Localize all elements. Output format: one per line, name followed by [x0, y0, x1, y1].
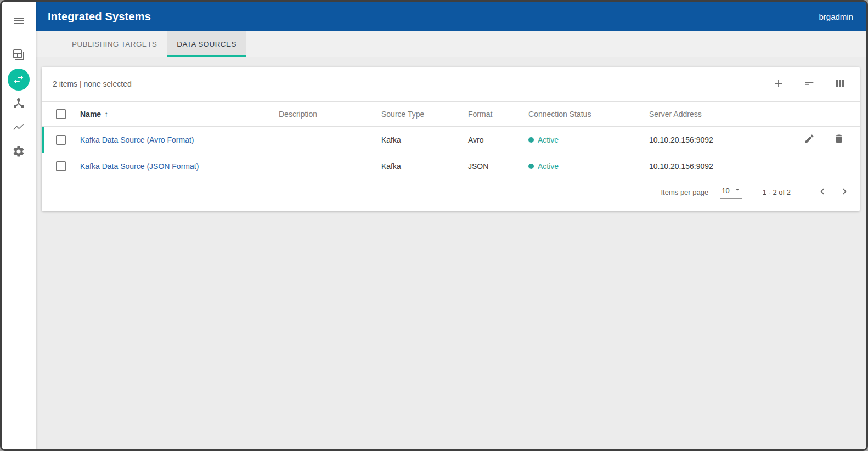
- next-page-button[interactable]: [837, 184, 852, 200]
- device-hub-icon: [12, 97, 25, 111]
- column-header-server-address[interactable]: Server Address: [649, 102, 759, 127]
- select-all-checkbox[interactable]: [56, 109, 66, 119]
- format-cell: Avro: [468, 127, 528, 153]
- page-title: Integrated Systems: [48, 10, 151, 23]
- sidebar: [2, 2, 36, 449]
- paginator: Items per page 10 1 - 2 of 2: [42, 179, 860, 211]
- source-type-cell: Kafka: [381, 153, 468, 179]
- toolbar-actions: [771, 76, 848, 92]
- trash-icon: [833, 133, 844, 146]
- description-cell: [279, 127, 381, 153]
- row-actions: [759, 133, 860, 146]
- trend-line-icon: [12, 121, 25, 136]
- add-icon: [773, 77, 785, 91]
- page-size-select[interactable]: 10: [720, 185, 741, 199]
- chevron-right-icon: [838, 185, 850, 199]
- sidebar-item-integrations[interactable]: [8, 93, 30, 115]
- chevron-left-icon: [816, 185, 828, 199]
- server-address-cell: 10.10.20.156:9092: [649, 127, 759, 153]
- content-area: 2 items | none selected: [36, 57, 866, 449]
- status-dot-icon: [528, 164, 534, 169]
- swap-arrows-icon: [8, 69, 30, 91]
- sort-button[interactable]: [802, 76, 817, 92]
- columns-icon: [834, 77, 846, 91]
- column-header-connection-status[interactable]: Connection Status: [528, 102, 649, 127]
- menu-icon: [12, 14, 25, 29]
- hamburger-menu-button[interactable]: [8, 10, 30, 32]
- sidebar-item-publishing[interactable]: [8, 44, 30, 66]
- tab-bar: PUBLISHING TARGETS DATA SOURCES: [36, 31, 866, 57]
- column-header-name[interactable]: Name↑: [80, 102, 279, 127]
- selection-summary: 2 items | none selected: [53, 80, 132, 88]
- sidebar-item-monitoring[interactable]: [8, 117, 30, 139]
- column-header-format[interactable]: Format: [468, 102, 528, 127]
- add-data-source-button[interactable]: [771, 76, 786, 92]
- settings-gear-icon: [12, 145, 25, 160]
- status-dot-icon: [528, 137, 534, 143]
- table-copy-icon: [12, 48, 25, 63]
- sort-ascending-icon: ↑: [104, 110, 108, 119]
- column-header-source-type[interactable]: Source Type: [381, 102, 468, 127]
- app-header: Integrated Systems brgadmin: [36, 2, 866, 31]
- table-row: Kafka Data Source (JSON Format) Kafka JS…: [42, 153, 860, 179]
- data-sources-table: Name↑ Description Source Type Format Con…: [42, 101, 860, 179]
- status-badge: Active: [528, 136, 559, 144]
- table-toolbar: 2 items | none selected: [42, 67, 860, 101]
- tab-publishing-targets[interactable]: PUBLISHING TARGETS: [62, 31, 167, 57]
- sidebar-item-settings[interactable]: [8, 141, 30, 163]
- main-area: Integrated Systems brgadmin PUBLISHING T…: [36, 2, 866, 449]
- data-sources-card: 2 items | none selected: [42, 67, 860, 211]
- previous-page-button[interactable]: [815, 184, 830, 200]
- delete-button[interactable]: [832, 133, 846, 146]
- chevron-down-icon: [734, 187, 741, 195]
- row-checkbox[interactable]: [56, 135, 66, 145]
- data-source-link[interactable]: Kafka Data Source (Avro Format): [80, 136, 194, 144]
- app-window: Integrated Systems brgadmin PUBLISHING T…: [0, 0, 868, 451]
- sidebar-item-data-exchange-active[interactable]: [8, 69, 30, 91]
- column-header-description[interactable]: Description: [279, 102, 381, 127]
- row-checkbox[interactable]: [56, 161, 66, 171]
- sort-icon: [803, 77, 815, 91]
- table-header-row: Name↑ Description Source Type Format Con…: [42, 102, 860, 127]
- source-type-cell: Kafka: [381, 127, 468, 153]
- column-settings-button[interactable]: [832, 76, 848, 92]
- tab-data-sources[interactable]: DATA SOURCES: [167, 31, 246, 57]
- items-per-page-label: Items per page: [661, 188, 709, 196]
- page-range-label: 1 - 2 of 2: [763, 188, 791, 196]
- server-address-cell: 10.10.20.156:9092: [649, 153, 759, 179]
- description-cell: [279, 153, 381, 179]
- current-user-label: brgadmin: [819, 12, 853, 21]
- edit-button[interactable]: [803, 133, 816, 146]
- edit-pencil-icon: [804, 133, 815, 146]
- format-cell: JSON: [468, 153, 528, 179]
- table-row: Kafka Data Source (Avro Format) Kafka Av…: [42, 127, 860, 153]
- status-badge: Active: [528, 162, 559, 171]
- data-source-link[interactable]: Kafka Data Source (JSON Format): [80, 162, 199, 171]
